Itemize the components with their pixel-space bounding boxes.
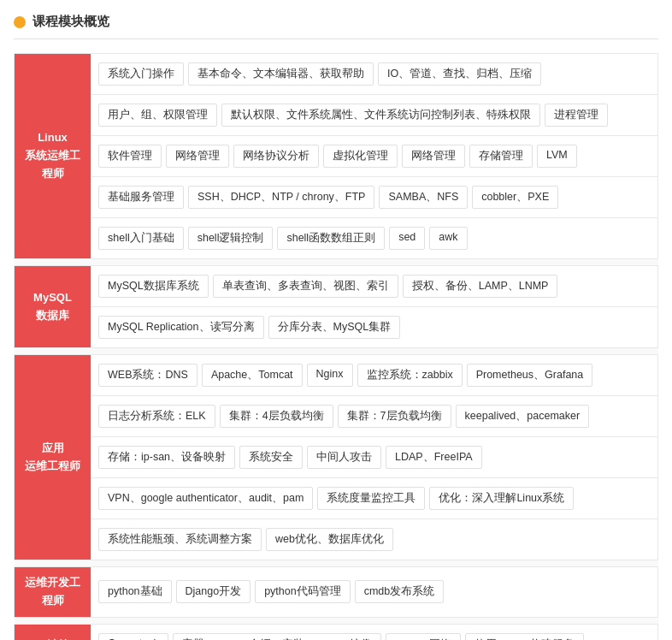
tag: IO、管道、查找、归档、压缩 <box>378 62 541 86</box>
page-header: 课程模块概览 <box>14 14 658 39</box>
tag-group-linux-4: shell入门基础shell逻辑控制shell函数数组正则sedawk <box>91 218 658 259</box>
tag: awk <box>429 227 467 250</box>
page-title: 课程模块概览 <box>32 14 109 30</box>
tag: Django开发 <box>176 580 251 603</box>
tag: 使用Docker构建服务 <box>465 633 585 640</box>
tag: 软件管理 <box>98 145 162 168</box>
tag: sed <box>389 227 425 250</box>
tag-group-linux-3: 基础服务管理SSH、DHCP、NTP / chrony、FTPSAMBA、NFS… <box>91 177 658 218</box>
category-label-linux: Linux系统运维工程师 <box>15 54 91 259</box>
tag: 网络管理 <box>166 145 229 168</box>
tag: 系统安全 <box>239 446 303 469</box>
tag-group-ops-1: 日志分析系统：ELK集群：4层负载均衡集群：7层负载均衡keepalived、p… <box>91 396 658 437</box>
tag: SSH、DHCP、NTP / chrony、FTP <box>188 186 374 209</box>
tag: 中间人攻击 <box>307 446 381 469</box>
tag: 优化：深入理解Linux系统 <box>429 487 574 510</box>
tag: shell入门基础 <box>98 227 184 250</box>
tag: shell逻辑控制 <box>188 227 274 250</box>
tag: 虚拟化管理 <box>323 145 398 168</box>
tag-group-ops-4: 系统性能瓶颈、系统调整方案web优化、数据库优化 <box>91 519 658 560</box>
tag: MySQL Replication、读写分离 <box>98 316 264 339</box>
tag-group-ops-2: 存储：ip-san、设备映射系统安全中间人攻击LDAP、FreeIPA <box>91 437 658 478</box>
tag: 授权、备份、LAMP、LNMP <box>403 275 558 298</box>
tag-group-linux-1: 用户、组、权限管理默认权限、文件系统属性、文件系统访问控制列表、特殊权限进程管理 <box>91 95 658 136</box>
tag: 基础服务管理 <box>98 186 184 209</box>
tag: 单表查询、多表查询、视图、索引 <box>213 275 398 298</box>
title-dot <box>14 16 26 28</box>
tag: Prometheus、Grafana <box>467 364 593 387</box>
tag: web优化、数据库优化 <box>266 528 393 551</box>
category-label-ops: 应用运维工程师 <box>15 355 91 560</box>
category-label-cloud: 云计算海量自动化运维 <box>15 624 91 640</box>
course-table: Linux系统运维工程师系统入门操作基本命令、文本编辑器、获取帮助IO、管道、查… <box>14 53 658 640</box>
tag: Apache、Tomcat <box>202 364 303 387</box>
tag: Docker网络 <box>386 633 461 640</box>
tag: 用户、组、权限管理 <box>98 104 217 127</box>
tag: 系统入门操作 <box>98 62 184 86</box>
tag: cobbler、PXE <box>472 186 558 209</box>
tag-group-mysql-1: MySQL Replication、读写分离分库分表、MySQL集群 <box>91 307 658 348</box>
tag: cmdb发布系统 <box>355 580 445 603</box>
tag: Nginx <box>307 364 353 387</box>
tag: 存储管理 <box>469 145 533 168</box>
tag: 集群：4层负载均衡 <box>220 405 333 428</box>
tag-group-ops-3: VPN、google authenticator、audit、pam系统度量监控… <box>91 478 658 519</box>
tag-group-linux-0: 系统入门操作基本命令、文本编辑器、获取帮助IO、管道、查找、归档、压缩 <box>91 54 658 95</box>
tag: 系统性能瓶颈、系统调整方案 <box>98 528 262 551</box>
tag-group-devops-0: python基础Django开发python代码管理cmdb发布系统 <box>91 567 658 618</box>
tag: MySQL数据库系统 <box>98 275 209 298</box>
tag-group-ops-0: WEB系统：DNSApache、TomcatNginx监控系统：zabbixPr… <box>91 355 658 396</box>
tag-group-linux-2: 软件管理网络管理网络协议分析虚拟化管理网络管理存储管理LVM <box>91 136 658 177</box>
category-label-devops: 运维开发工程师 <box>15 567 91 618</box>
tag: 存储：ip-san、设备映射 <box>98 446 235 469</box>
tag: LDAP、FreeIPA <box>386 446 482 469</box>
tag: shell函数数组正则 <box>277 227 385 250</box>
tag: 默认权限、文件系统属性、文件系统访问控制列表、特殊权限 <box>221 104 540 127</box>
tag: 日志分析系统：ELK <box>98 405 215 428</box>
tag: 基本命令、文本编辑器、获取帮助 <box>188 62 374 86</box>
tag: 进程管理 <box>545 104 608 127</box>
tag: 集群：7层负载均衡 <box>338 405 451 428</box>
tag: keepalived、pacemaker <box>456 405 590 428</box>
tag: python基础 <box>98 580 172 603</box>
tag: SAMBA、NFS <box>379 186 468 209</box>
tag: 网络管理 <box>402 145 465 168</box>
tag: 网络协议分析 <box>233 145 319 168</box>
category-label-mysql: MySQL数据库 <box>15 266 91 348</box>
tag: Openstack <box>98 633 168 640</box>
tag-group-mysql-0: MySQL数据库系统单表查询、多表查询、视图、索引授权、备份、LAMP、LNMP <box>91 266 658 307</box>
tag: 分库分表、MySQL集群 <box>268 316 401 339</box>
tag: 系统度量监控工具 <box>317 487 425 510</box>
tag: LVM <box>537 145 577 168</box>
tag: WEB系统：DNS <box>98 364 197 387</box>
tag-group-cloud-0: Openstack容器：Docker介绍、安装、Docker镜像Docker网络… <box>91 624 658 640</box>
tag: python代码管理 <box>255 580 351 603</box>
tag: 容器：Docker介绍、安装、Docker镜像 <box>173 633 381 640</box>
tag: VPN、google authenticator、audit、pam <box>98 487 313 510</box>
tag: 监控系统：zabbix <box>357 364 463 387</box>
